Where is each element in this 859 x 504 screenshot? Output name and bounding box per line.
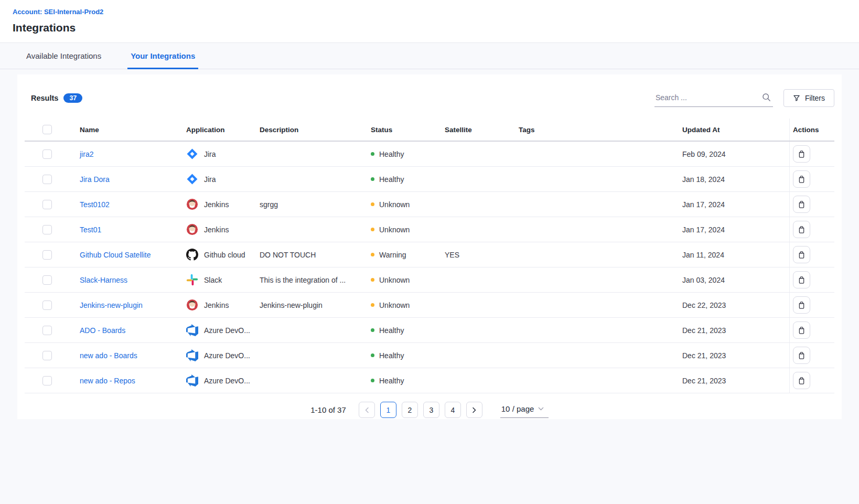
azure-devops-icon	[186, 349, 198, 361]
updated-at-cell: Feb 09, 2024	[682, 150, 789, 158]
trash-icon	[798, 175, 806, 184]
page-button-2[interactable]: 2	[402, 402, 418, 418]
chevron-left-icon	[364, 407, 369, 413]
integration-name-link[interactable]: Test01	[80, 226, 101, 234]
delete-button[interactable]	[793, 271, 810, 288]
results-label: Results	[31, 94, 58, 102]
row-checkbox[interactable]	[42, 326, 52, 335]
application-label: Jenkins	[204, 301, 229, 309]
row-checkbox[interactable]	[42, 175, 52, 184]
results-summary: Results 37	[31, 93, 82, 103]
table-row: Test0102 Jenkins sgrgg Unknown Jan 17, 2…	[25, 192, 834, 217]
integration-name-link[interactable]: Jenkins-new-plugin	[80, 301, 143, 309]
status-label: Unknown	[379, 200, 410, 209]
column-header-actions: Actions	[789, 119, 834, 141]
status-label: Warning	[379, 251, 406, 259]
delete-button[interactable]	[793, 372, 810, 389]
integration-name-link[interactable]: Slack-Harness	[80, 276, 127, 284]
column-header-satellite: Satellite	[445, 126, 519, 134]
integration-name-link[interactable]: jira2	[80, 150, 93, 158]
jira-icon	[186, 173, 198, 185]
integration-name-link[interactable]: new ado - Repos	[80, 377, 135, 385]
tab-available-integrations[interactable]: Available Integrations	[23, 51, 104, 69]
row-checkbox[interactable]	[42, 225, 52, 234]
delete-button[interactable]	[793, 246, 810, 263]
delete-button[interactable]	[793, 321, 810, 339]
row-checkbox[interactable]	[42, 250, 52, 260]
status-label: Healthy	[379, 175, 404, 184]
status-label: Healthy	[379, 351, 404, 360]
row-checkbox[interactable]	[42, 301, 52, 310]
trash-icon	[798, 326, 806, 335]
status-label: Unknown	[379, 276, 410, 284]
next-page-button[interactable]	[466, 402, 482, 418]
integration-name-link[interactable]: ADO - Boards	[80, 326, 125, 335]
page-button-4[interactable]: 4	[445, 402, 461, 418]
description-cell: Jenkins-new-plugin	[260, 301, 371, 309]
chevron-right-icon	[472, 407, 477, 413]
page-button-1[interactable]: 1	[380, 402, 396, 418]
page-header: Account: SEI-Internal-Prod2 Integrations	[0, 0, 859, 43]
page-button-3[interactable]: 3	[423, 402, 439, 418]
updated-at-cell: Dec 21, 2023	[682, 377, 789, 385]
status-label: Healthy	[379, 150, 404, 158]
row-checkbox[interactable]	[42, 149, 52, 159]
updated-at-cell: Jan 11, 2024	[682, 251, 789, 259]
status-dot	[371, 303, 374, 307]
search-input[interactable]	[654, 90, 773, 107]
row-checkbox[interactable]	[42, 275, 52, 285]
column-header-description: Description	[260, 126, 371, 134]
status-dot	[371, 353, 374, 357]
delete-button[interactable]	[793, 347, 810, 364]
status-label: Healthy	[379, 377, 404, 385]
filters-button[interactable]: Filters	[783, 89, 834, 107]
search-icon	[762, 93, 771, 102]
tab-your-integrations[interactable]: Your Integrations	[127, 51, 198, 69]
trash-icon	[798, 226, 806, 234]
tab-bar: Available Integrations Your Integrations	[0, 43, 859, 69]
status-dot	[371, 202, 374, 206]
integrations-card: Results 37 Filters Name Application Des	[17, 74, 842, 419]
status-dot	[371, 379, 374, 382]
filter-funnel-icon	[793, 94, 800, 102]
account-breadcrumb-link[interactable]: Account: SEI-Internal-Prod2	[13, 8, 103, 16]
trash-icon	[798, 301, 806, 309]
updated-at-cell: Jan 17, 2024	[682, 226, 789, 234]
application-label: Azure DevO...	[204, 351, 250, 360]
trash-icon	[798, 150, 806, 158]
page-size-label: 10 / page	[501, 404, 534, 413]
previous-page-button[interactable]	[359, 402, 375, 418]
integration-name-link[interactable]: Test0102	[80, 200, 110, 209]
application-label: Github cloud	[204, 251, 245, 259]
application-label: Jenkins	[204, 226, 229, 234]
table-body: jira2 Jira Healthy Feb 09, 2024 Jira Dor…	[25, 142, 834, 393]
status-dot	[371, 177, 374, 181]
integration-name-link[interactable]: Jira Dora	[80, 175, 110, 184]
row-checkbox[interactable]	[42, 376, 52, 385]
delete-button[interactable]	[793, 196, 810, 213]
satellite-cell: YES	[445, 251, 519, 259]
page-size-select[interactable]: 10 / page	[500, 402, 549, 418]
application-label: Jenkins	[204, 200, 229, 209]
updated-at-cell: Jan 18, 2024	[682, 175, 789, 184]
integration-name-link[interactable]: Github Cloud Satellite	[80, 251, 151, 259]
table-row: Jenkins-new-plugin Jenkins Jenkins-new-p…	[25, 293, 834, 318]
delete-button[interactable]	[793, 221, 810, 238]
updated-at-cell: Dec 21, 2023	[682, 351, 789, 360]
row-checkbox[interactable]	[42, 351, 52, 360]
delete-button[interactable]	[793, 170, 810, 188]
table-row: Test01 Jenkins Unknown Jan 17, 2024	[25, 217, 834, 242]
select-all-checkbox[interactable]	[42, 125, 52, 134]
description-cell: DO NOT TOUCH	[260, 251, 371, 259]
delete-button[interactable]	[793, 145, 810, 163]
delete-button[interactable]	[793, 296, 810, 314]
application-label: Jira	[204, 175, 216, 184]
jenkins-icon	[186, 299, 198, 311]
row-checkbox[interactable]	[42, 200, 52, 209]
status-dot	[371, 278, 374, 282]
jira-icon	[186, 148, 198, 160]
column-header-updated-at: Updated At	[682, 126, 789, 134]
integration-name-link[interactable]: new ado - Boards	[80, 351, 137, 360]
updated-at-cell: Jan 17, 2024	[682, 200, 789, 209]
azure-devops-icon	[186, 374, 198, 387]
